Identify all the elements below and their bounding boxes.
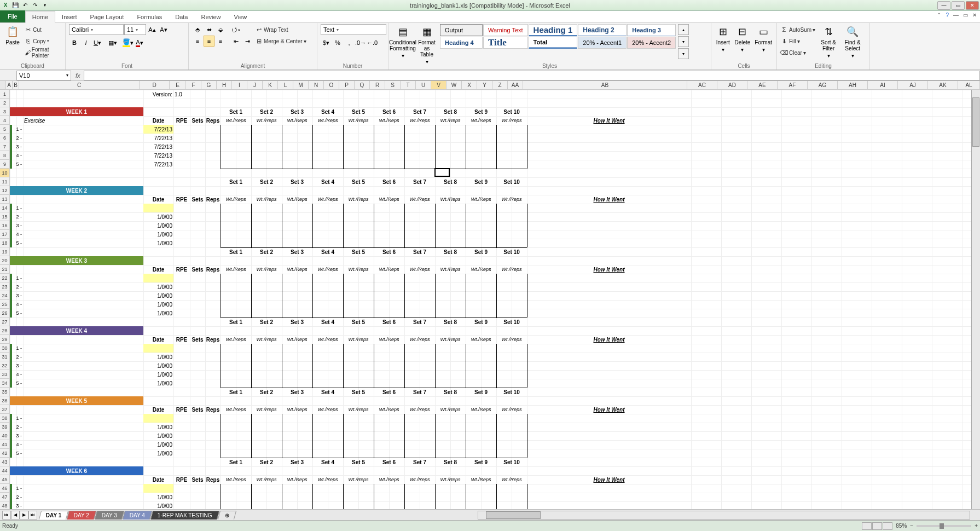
column-header[interactable]: E <box>170 81 186 89</box>
row-header[interactable]: 2 <box>0 99 9 107</box>
cell[interactable]: Wt./Reps <box>466 116 496 125</box>
cell[interactable]: Set 9 <box>466 107 496 116</box>
worksheet-grid[interactable]: Version:1.0WEEK 1Set 1Set 2Set 3Set 4Set… <box>10 90 980 509</box>
cell[interactable]: Wt./Reps <box>282 195 312 204</box>
row-header[interactable]: 48 <box>0 501 9 509</box>
align-right-icon[interactable]: ≡ <box>215 36 226 47</box>
cell[interactable]: 1/0/00 <box>143 239 173 247</box>
hscroll-thumb[interactable] <box>486 511 541 519</box>
cell[interactable]: 7/22/13 <box>143 151 173 160</box>
cell[interactable]: Set 10 <box>496 388 527 396</box>
cell[interactable]: RPE <box>173 335 190 344</box>
vscroll-thumb[interactable] <box>972 97 979 147</box>
cell[interactable]: Set 9 <box>466 177 496 186</box>
cell[interactable]: Set 8 <box>435 247 466 256</box>
cell[interactable]: Wt./Reps <box>343 116 374 125</box>
row-header[interactable]: 32 <box>0 361 9 370</box>
tab-view[interactable]: View <box>228 11 254 22</box>
cell[interactable]: Set 8 <box>435 177 466 186</box>
fill-button[interactable]: ⬇Fill ▾ <box>780 36 815 47</box>
cell[interactable]: 1/0/00 <box>143 291 173 300</box>
inner-restore-icon[interactable]: ▭ <box>963 12 968 18</box>
cell[interactable]: 1/0/00 <box>143 423 173 431</box>
row-header[interactable]: 47 <box>0 493 9 501</box>
cell[interactable]: Set 4 <box>312 177 343 186</box>
sheet-tab[interactable]: DAY 4 <box>123 511 152 520</box>
cell[interactable]: Wt./Reps <box>435 335 466 344</box>
cell[interactable]: Set 6 <box>374 318 404 326</box>
fx-icon[interactable]: fx <box>72 72 84 79</box>
cell-style-option[interactable]: Total <box>529 37 578 49</box>
comma-icon[interactable]: , <box>344 37 355 48</box>
row-header[interactable]: 24 <box>0 291 9 300</box>
sort-filter-button[interactable]: ⇅Sort & Filter▾ <box>817 24 839 60</box>
cell[interactable]: WEEK 4 <box>10 326 143 335</box>
cell[interactable]: Reps <box>205 405 221 414</box>
row-header[interactable]: 19 <box>0 247 9 256</box>
row-header[interactable]: 26 <box>0 309 9 318</box>
cell[interactable]: Set 9 <box>466 388 496 396</box>
row-header[interactable]: 33 <box>0 370 9 379</box>
cell[interactable]: Set 5 <box>343 247 374 256</box>
column-header[interactable]: AE <box>747 81 778 89</box>
cell[interactable]: Wt./Reps <box>466 335 496 344</box>
column-header[interactable]: AK <box>928 81 958 89</box>
cell[interactable]: Set 3 <box>282 388 312 396</box>
cell[interactable]: Set 1 <box>221 107 251 116</box>
tab-page-layout[interactable]: Page Layout <box>84 11 131 22</box>
font-color-button[interactable]: A▾ <box>134 37 145 48</box>
cell[interactable]: Wt./Reps <box>435 195 466 204</box>
cell[interactable]: Wt./Reps <box>221 475 251 484</box>
increase-decimal-icon[interactable]: .0→ <box>355 37 366 48</box>
cell[interactable]: Wt./Reps <box>312 116 343 125</box>
save-icon[interactable]: 💾 <box>11 1 20 10</box>
cell-style-option[interactable]: Heading 3 <box>627 24 676 36</box>
cell[interactable]: Wt./Reps <box>374 265 404 274</box>
cell[interactable]: WEEK 3 <box>10 256 143 265</box>
wrap-text-button[interactable]: ↩Wrap Text <box>255 24 306 35</box>
cell[interactable]: WEEK 6 <box>10 466 143 475</box>
row-header[interactable]: 30 <box>0 344 9 353</box>
cell[interactable]: RPE <box>173 195 190 204</box>
cell[interactable]: Set 7 <box>404 458 435 466</box>
row-header[interactable]: 15 <box>0 212 9 221</box>
styles-more-icon[interactable]: ▾ <box>678 48 689 59</box>
cell[interactable]: Set 3 <box>282 247 312 256</box>
cell[interactable]: Wt./Reps <box>404 405 435 414</box>
zoom-in-button[interactable]: + <box>975 523 978 529</box>
column-header[interactable]: P <box>339 81 355 89</box>
cell[interactable]: 1/0/00 <box>143 212 173 221</box>
column-header[interactable]: A <box>6 81 13 89</box>
ribbon-minimize-icon[interactable]: ⌃ <box>937 12 941 18</box>
italic-button[interactable]: I <box>80 37 91 48</box>
cell[interactable]: 1/0/00 <box>143 370 173 379</box>
row-header[interactable]: 14 <box>0 204 9 212</box>
number-format-combo[interactable]: Text▾ <box>321 24 386 35</box>
align-top-icon[interactable]: ⬘ <box>192 24 203 35</box>
cell[interactable]: Set 2 <box>251 458 282 466</box>
cell[interactable]: 1/0/00 <box>143 501 173 509</box>
font-size-combo[interactable]: 11▾ <box>124 24 146 35</box>
cell[interactable]: Set 6 <box>374 458 404 466</box>
autosum-button[interactable]: ΣAutoSum ▾ <box>780 24 815 35</box>
cell[interactable]: Wt./Reps <box>496 335 527 344</box>
cell[interactable]: Wt./Reps <box>466 405 496 414</box>
cell[interactable]: Set 5 <box>343 318 374 326</box>
cell[interactable]: Set 1 <box>221 388 251 396</box>
cell[interactable]: Sets <box>190 265 205 274</box>
row-header[interactable]: 20 <box>0 256 9 265</box>
cell[interactable]: Wt./Reps <box>435 475 466 484</box>
cell[interactable]: Set 3 <box>282 107 312 116</box>
cell[interactable]: RPE <box>173 265 190 274</box>
styles-scroll-up-icon[interactable]: ▴ <box>678 24 689 35</box>
cell[interactable]: 1/0/00 <box>143 300 173 309</box>
row-header[interactable]: 44 <box>0 466 9 475</box>
column-header[interactable]: AI <box>868 81 898 89</box>
cell[interactable]: How It Went <box>527 116 691 125</box>
cell[interactable]: Set 6 <box>374 107 404 116</box>
cell[interactable]: Wt./Reps <box>282 265 312 274</box>
column-header[interactable]: R <box>370 81 385 89</box>
cell[interactable]: Set 7 <box>404 318 435 326</box>
cell[interactable]: Set 5 <box>343 107 374 116</box>
cell[interactable]: Set 3 <box>282 458 312 466</box>
